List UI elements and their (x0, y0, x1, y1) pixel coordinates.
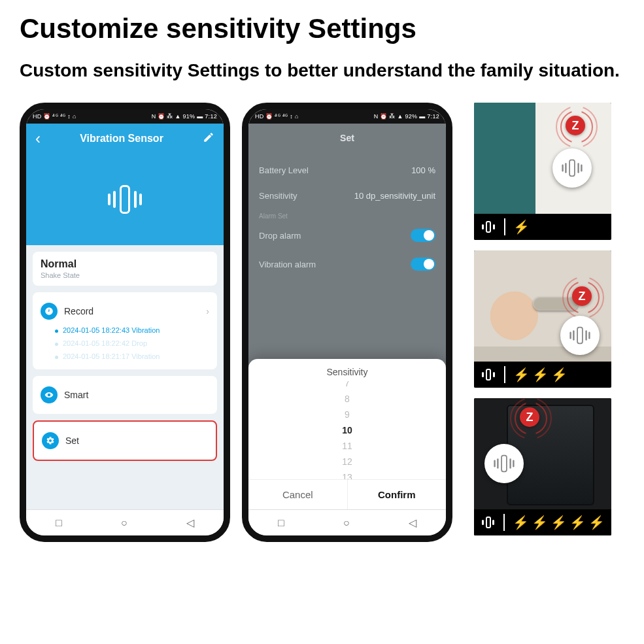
drop-alarm-row: Drop alarm (258, 221, 437, 250)
state-label: Shake State (41, 271, 209, 279)
tile-curtain: Z ⚡ (474, 103, 611, 240)
lightning-icon: ⚡ (551, 367, 568, 382)
picker-option[interactable]: 9 (248, 407, 446, 422)
vibration-icon (481, 219, 496, 235)
record-item: 2024-01-05 18:22:42 Drop (41, 337, 209, 350)
zigbee-icon: Z (520, 407, 539, 427)
vibration-icon (481, 367, 496, 382)
status-bar: HD ⏰ ⁴ᴳ ⁴ᴳ ↕ ⌂ N ⏰ ⁂ ▲ 91% ▬ 7:12 (26, 109, 224, 124)
record-item: 2024-01-05 18:21:17 Vibration (41, 350, 209, 363)
picker-option[interactable]: 11 (248, 438, 446, 454)
record-label: Record (64, 306, 199, 316)
nav-recent-icon[interactable]: □ (56, 517, 62, 529)
cancel-button[interactable]: Cancel (248, 480, 348, 509)
battery-value: 100 % (411, 165, 435, 175)
tile-door: Z ⚡⚡⚡ (474, 250, 611, 388)
lightning-icon: ⚡ (569, 515, 586, 530)
tile-strip: ⚡⚡⚡ (474, 362, 611, 388)
nav-home-icon[interactable]: ○ (121, 517, 127, 529)
lightning-icon: ⚡ (513, 219, 530, 235)
smart-card[interactable]: Smart (33, 376, 217, 414)
picker-option[interactable]: 8 (248, 391, 446, 407)
zigbee-icon: Z (566, 116, 585, 135)
sensor-disc-icon (552, 148, 592, 188)
divider (504, 218, 505, 235)
set-card-highlighted[interactable]: Set (33, 420, 217, 461)
lightning-icon: ⚡ (532, 367, 549, 382)
state-value: Normal (41, 258, 209, 270)
picker-option[interactable]: 10 (248, 422, 446, 438)
lightning-icon: ⚡ (513, 367, 530, 382)
nav-back-icon[interactable]: ◁ (186, 517, 194, 529)
battery-row: Battery Level 100 % (258, 158, 437, 183)
state-card: Normal Shake State (33, 252, 217, 286)
sensitivity-label: Sensitivity (259, 191, 297, 201)
confirm-button[interactable]: Confirm (348, 480, 447, 509)
device-hero (26, 154, 224, 245)
sensor-disc-icon (484, 444, 524, 483)
smart-icon (41, 386, 58, 403)
intensity-bolts: ⚡ (513, 219, 530, 235)
smart-label: Smart (64, 390, 209, 400)
status-right: N ⏰ ⁂ ▲ 92% ▬ 7:12 (374, 113, 439, 120)
android-navbar[interactable]: □ ○ ◁ (248, 509, 446, 535)
sensitivity-picker[interactable]: 78910111213 (248, 381, 446, 479)
sensitivity-value: 10 dp_sensitivity_unit (354, 191, 435, 201)
content-row: HD ⏰ ⁴ᴳ ⁴ᴳ ↕ ⌂ N ⏰ ⁂ ▲ 91% ▬ 7:12 Vibrat… (20, 103, 624, 542)
status-right: N ⏰ ⁂ ▲ 91% ▬ 7:12 (152, 113, 217, 120)
android-navbar[interactable]: □ ○ ◁ (26, 509, 224, 535)
app-header: Vibration Sensor (26, 124, 224, 154)
vibration-sensor-icon (105, 180, 144, 219)
picker-option[interactable]: 7 (248, 381, 446, 391)
main-body: Normal Shake State Record › 2024-01-05 1… (26, 245, 224, 509)
sensor-disc-icon (560, 316, 600, 355)
page-subheading: Custom sensitivity Settings to better un… (20, 58, 624, 83)
tile-strip: ⚡⚡⚡⚡⚡ (474, 509, 611, 535)
sensitivity-row[interactable]: Sensitivity 10 dp_sensitivity_unit (258, 183, 437, 209)
vibration-alarm-row: Vibration alarm (258, 250, 437, 279)
lightning-icon: ⚡ (551, 515, 567, 530)
back-icon[interactable] (35, 129, 41, 148)
set-label: Set (65, 435, 208, 446)
record-item: 2024-01-05 18:22:43 Vibration (41, 324, 209, 337)
usage-tiles: Z ⚡ Z ⚡⚡⚡ Z (474, 103, 611, 535)
picker-option[interactable]: 13 (248, 469, 446, 479)
alarm-section-label: Alarm Set (258, 209, 437, 221)
lightning-icon: ⚡ (532, 515, 548, 530)
picker-option[interactable]: 12 (248, 454, 446, 469)
nav-recent-icon[interactable]: □ (278, 517, 284, 529)
lightning-icon: ⚡ (588, 515, 605, 530)
nav-home-icon[interactable]: ○ (343, 517, 350, 529)
phone-settings-screen: HD ⏰ ⁴ᴳ ⁴ᴳ ↕ ⌂ N ⏰ ⁂ ▲ 92% ▬ 7:12 Set Ba… (242, 103, 452, 542)
vibration-icon (481, 515, 496, 530)
edit-icon[interactable] (203, 131, 214, 146)
chevron-right-icon: › (206, 306, 209, 316)
intensity-bolts: ⚡⚡⚡⚡⚡ (513, 515, 605, 530)
status-bar: HD ⏰ ⁴ᴳ ⁴ᴳ ↕ ⌂ N ⏰ ⁂ ▲ 92% ▬ 7:12 (248, 109, 446, 124)
status-left: HD ⏰ ⁴ᴳ ⁴ᴳ ↕ ⌂ (255, 113, 299, 120)
settings-title: Set (258, 133, 437, 143)
battery-label: Battery Level (259, 165, 309, 175)
sensitivity-picker-sheet: Sensitivity 78910111213 Cancel Confirm (248, 359, 446, 509)
gear-icon (42, 432, 59, 449)
divider (504, 366, 505, 383)
tile-safe: Z ⚡⚡⚡⚡⚡ (474, 398, 611, 535)
drop-alarm-label: Drop alarm (259, 231, 301, 241)
nav-back-icon[interactable]: ◁ (409, 517, 416, 529)
zigbee-icon: Z (572, 286, 592, 306)
clock-icon (41, 303, 58, 320)
vibration-alarm-toggle[interactable] (411, 258, 435, 271)
phone-main-screen: HD ⏰ ⁴ᴳ ⁴ᴳ ↕ ⌂ N ⏰ ⁂ ▲ 91% ▬ 7:12 Vibrat… (20, 103, 230, 542)
intensity-bolts: ⚡⚡⚡ (513, 367, 568, 382)
drop-alarm-toggle[interactable] (411, 229, 435, 242)
page-heading: Customize sensitivity Settings (20, 13, 624, 44)
sheet-title: Sensitivity (248, 367, 446, 377)
header-title: Vibration Sensor (48, 133, 195, 144)
tile-strip: ⚡ (474, 214, 611, 240)
divider (503, 514, 505, 531)
record-card[interactable]: Record › 2024-01-05 18:22:43 Vibration 2… (33, 292, 217, 369)
lightning-icon: ⚡ (513, 515, 529, 530)
vibration-alarm-label: Vibration alarm (259, 260, 316, 269)
status-left: HD ⏰ ⁴ᴳ ⁴ᴳ ↕ ⌂ (33, 113, 76, 120)
